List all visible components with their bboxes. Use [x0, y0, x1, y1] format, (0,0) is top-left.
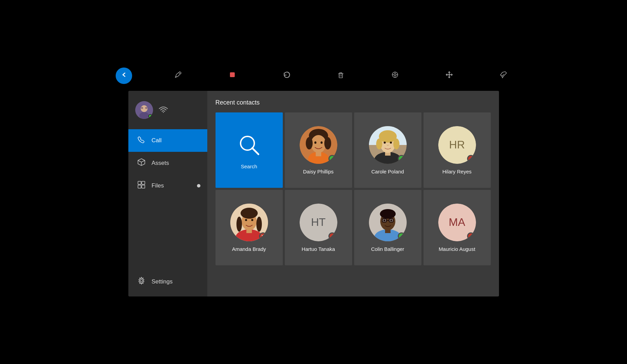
hartuo-name: Hartuo Tanaka	[302, 246, 335, 252]
pin-button[interactable]	[495, 68, 512, 84]
nav-label-settings: Settings	[152, 278, 173, 285]
files-notification-dot	[197, 184, 200, 187]
nav-label-files: Files	[152, 182, 164, 189]
colin-status	[398, 232, 405, 240]
daisy-status	[328, 155, 336, 162]
hilary-status	[467, 155, 475, 162]
svg-point-0	[120, 71, 128, 79]
target-icon	[391, 70, 399, 81]
svg-point-33	[393, 138, 399, 149]
move-button[interactable]	[441, 68, 457, 84]
nav-label-call: Call	[152, 137, 162, 144]
contact-card-carole[interactable]: Carole Poland	[354, 112, 421, 188]
carole-status	[398, 155, 405, 162]
mauricio-name: Mauricio August	[439, 246, 475, 252]
pen-button[interactable]	[170, 68, 186, 84]
nav-item-settings[interactable]: Settings	[128, 270, 207, 293]
delete-button[interactable]	[333, 68, 349, 84]
svg-point-42	[236, 217, 242, 232]
assets-icon	[137, 158, 146, 168]
stop-icon	[228, 70, 237, 81]
svg-rect-14	[142, 185, 145, 188]
amanda-status	[259, 232, 267, 240]
svg-point-15	[140, 280, 142, 282]
contact-card-hilary[interactable]: HR Hilary Reyes	[423, 112, 491, 188]
svg-rect-2	[339, 74, 342, 78]
mauricio-status	[467, 232, 475, 240]
hartuo-status	[328, 232, 336, 240]
svg-point-44	[245, 219, 247, 221]
pin-icon	[499, 70, 508, 81]
stop-button[interactable]	[224, 68, 241, 84]
svg-point-4	[394, 74, 396, 76]
svg-rect-13	[138, 185, 141, 188]
search-card[interactable]: Search	[216, 112, 283, 188]
contacts-grid: Search	[216, 112, 491, 265]
hilary-name: Hilary Reyes	[442, 169, 472, 174]
svg-rect-25	[316, 151, 321, 156]
svg-rect-11	[138, 181, 141, 184]
nav-label-assets: Assets	[152, 160, 169, 167]
mauricio-avatar: MA	[438, 204, 476, 241]
svg-point-23	[321, 141, 323, 144]
contact-card-hartuo[interactable]: HT Hartuo Tanaka	[285, 190, 352, 265]
user-online-dot	[148, 114, 152, 118]
nav-item-call[interactable]: Call	[128, 129, 207, 152]
carole-name: Carole Poland	[371, 169, 404, 174]
svg-point-19	[311, 135, 326, 153]
svg-rect-12	[142, 181, 145, 184]
target-button[interactable]	[387, 68, 403, 84]
svg-point-7	[139, 112, 149, 119]
svg-point-41	[241, 208, 258, 219]
nav-item-files[interactable]: Files	[128, 174, 207, 197]
amanda-avatar	[230, 204, 268, 241]
hartuo-avatar: HT	[300, 204, 337, 241]
svg-point-34	[384, 142, 386, 144]
hilary-avatar: HR	[438, 126, 476, 164]
undo-button[interactable]	[278, 68, 295, 84]
pen-icon	[174, 70, 183, 81]
toolbar	[13, 68, 615, 84]
nav-item-assets[interactable]: Assets	[128, 152, 207, 174]
settings-icon	[137, 277, 146, 287]
call-icon	[137, 135, 146, 146]
back-icon	[119, 70, 128, 81]
daisy-avatar	[300, 126, 337, 164]
colin-avatar	[369, 204, 407, 241]
svg-point-35	[390, 142, 392, 144]
svg-point-8	[141, 107, 143, 109]
contact-card-mauricio[interactable]: MA Mauricio August	[423, 190, 491, 265]
daisy-name: Daisy Phillips	[303, 169, 334, 174]
move-icon	[445, 70, 454, 81]
search-icon-large	[235, 131, 263, 159]
nav-spacer	[128, 197, 207, 270]
section-title: Recent contacts	[216, 99, 491, 106]
wifi-icon	[159, 105, 168, 115]
svg-point-32	[376, 138, 382, 149]
avatar	[135, 101, 153, 119]
svg-rect-1	[230, 72, 235, 77]
svg-point-45	[251, 219, 253, 221]
carole-avatar	[369, 126, 407, 164]
user-section	[128, 94, 207, 129]
colin-name: Colin Ballinger	[371, 246, 404, 252]
files-icon	[137, 181, 146, 191]
svg-point-10	[163, 112, 164, 113]
svg-point-43	[256, 217, 262, 232]
delete-icon	[336, 70, 345, 81]
contact-card-daisy[interactable]: Daisy Phillips	[285, 112, 352, 188]
sidebar: Call Assets	[128, 91, 207, 296]
svg-point-21	[324, 137, 331, 149]
contact-card-colin[interactable]: Colin Ballinger	[354, 190, 421, 265]
search-label: Search	[241, 163, 257, 169]
contact-card-amanda[interactable]: Amanda Brady	[216, 190, 283, 265]
svg-point-9	[145, 107, 147, 109]
app-container: Call Assets	[0, 0, 627, 364]
amanda-name: Amanda Brady	[232, 246, 266, 252]
svg-point-51	[380, 209, 396, 219]
svg-point-54	[383, 219, 385, 221]
content-area: Recent contacts Search	[207, 91, 499, 296]
back-button[interactable]	[116, 68, 132, 84]
svg-point-20	[306, 137, 313, 149]
svg-point-22	[314, 141, 316, 144]
